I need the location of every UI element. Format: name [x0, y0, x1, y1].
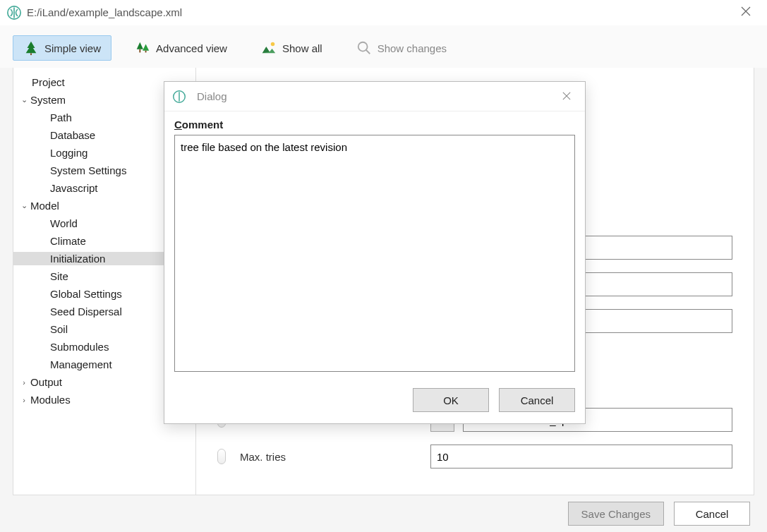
dialog-cancel-button[interactable]: Cancel	[499, 388, 575, 412]
chevron-right-icon[interactable]: ›	[18, 378, 30, 387]
toolbar: Simple view Advanced view Show all Show …	[0, 25, 767, 68]
simple-view-button[interactable]: Simple view	[13, 35, 111, 61]
comment-dialog: Dialog Comment OK Cancel	[164, 81, 586, 424]
window-close-button[interactable]	[732, 5, 760, 20]
show-all-label: Show all	[282, 42, 322, 54]
app-icon	[7, 6, 21, 20]
footer: Save Changes Cancel	[0, 495, 767, 532]
advanced-view-button[interactable]: Advanced view	[124, 35, 238, 61]
tree-icon	[23, 40, 39, 56]
landscape-icon	[261, 40, 277, 56]
svg-point-4	[271, 42, 275, 47]
row-maxtries: Max. tries	[217, 445, 732, 468]
simple-view-label: Simple view	[44, 42, 101, 54]
maxtries-label: Max. tries	[240, 451, 423, 463]
svg-rect-1	[30, 53, 32, 55]
drag-handle-icon[interactable]	[217, 449, 226, 464]
chevron-down-icon[interactable]: ⌄	[18, 95, 30, 104]
comment-label: Comment	[174, 119, 575, 131]
app-icon	[173, 90, 186, 103]
save-changes-button[interactable]: Save Changes	[568, 502, 664, 526]
svg-rect-2	[139, 49, 140, 53]
show-changes-button[interactable]: Show changes	[346, 35, 457, 61]
svg-point-5	[358, 42, 367, 52]
cancel-button[interactable]: Cancel	[674, 502, 750, 526]
svg-rect-3	[145, 51, 147, 53]
window-title: E:/iLand/example_landscape.xml	[27, 6, 732, 18]
trees-icon	[135, 40, 150, 56]
maxtries-input[interactable]	[430, 445, 732, 468]
chevron-right-icon[interactable]: ›	[18, 396, 30, 404]
comment-textarea[interactable]	[174, 135, 575, 372]
chevron-down-icon[interactable]: ⌄	[18, 201, 30, 210]
titlebar: E:/iLand/example_landscape.xml	[0, 0, 767, 25]
dialog-titlebar: Dialog	[164, 82, 585, 111]
dialog-title: Dialog	[197, 90, 557, 102]
advanced-view-label: Advanced view	[156, 42, 227, 54]
search-icon	[356, 40, 372, 56]
show-changes-label: Show changes	[378, 42, 447, 54]
show-all-button[interactable]: Show all	[250, 35, 333, 61]
dialog-close-button[interactable]	[557, 87, 576, 106]
dialog-ok-button[interactable]: OK	[413, 388, 489, 412]
